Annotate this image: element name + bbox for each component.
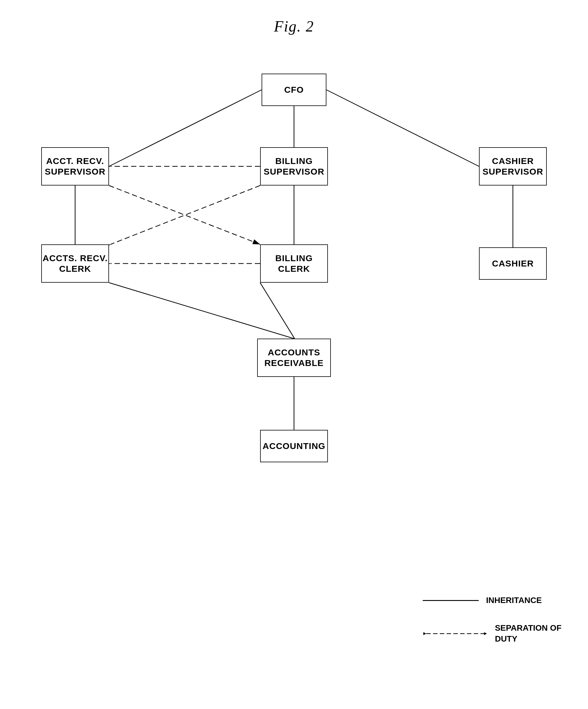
acct-recv-supervisor-node: ACCT. RECV.SUPERVISOR xyxy=(41,147,109,185)
svg-line-9 xyxy=(109,283,294,339)
billing-clerk-node: BILLINGCLERK xyxy=(260,244,328,283)
inheritance-line xyxy=(423,600,479,601)
diagram-container: CFO ACCT. RECV.SUPERVISOR BILLINGSUPERVI… xyxy=(0,38,588,686)
billing-supervisor-node: BILLINGSUPERVISOR xyxy=(260,147,328,185)
cfo-node: CFO xyxy=(262,74,326,106)
svg-line-4 xyxy=(326,90,479,166)
separation-line-container xyxy=(423,631,488,636)
cashier-node: CASHIER xyxy=(479,247,547,280)
separation-svg xyxy=(423,631,588,709)
accounts-receivable-node: ACCOUNTSRECEIVABLE xyxy=(257,339,331,377)
svg-marker-15 xyxy=(423,632,426,635)
svg-line-3 xyxy=(109,90,262,166)
inheritance-legend-item: INHERITANCE xyxy=(423,596,561,605)
separation-legend-item: SEPARATION OFDUTY xyxy=(423,623,561,644)
accts-recv-clerk-node: ACCTS. RECV.CLERK xyxy=(41,244,109,283)
cashier-supervisor-node: CASHIERSUPERVISOR xyxy=(479,147,547,185)
svg-line-14 xyxy=(109,185,260,244)
accounting-node: ACCOUNTING xyxy=(260,430,328,462)
page-title: Fig. 2 xyxy=(0,0,588,35)
legend: INHERITANCE SEPARATION OFDUTY xyxy=(423,596,561,644)
svg-line-13 xyxy=(110,185,260,244)
inheritance-label: INHERITANCE xyxy=(486,596,542,605)
svg-marker-17 xyxy=(484,632,487,635)
